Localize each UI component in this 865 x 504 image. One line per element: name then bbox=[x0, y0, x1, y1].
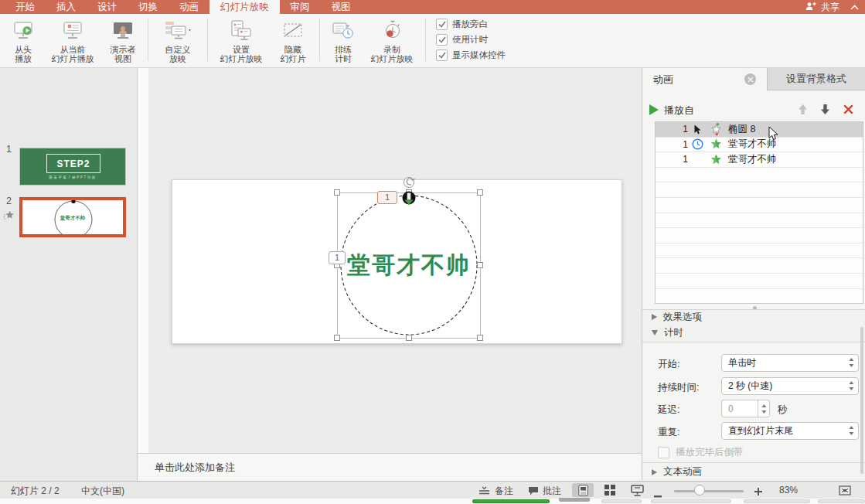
delay-input[interactable]: 0 bbox=[721, 400, 758, 417]
zoom-slider-handle[interactable] bbox=[694, 485, 705, 495]
pane-scrollbar[interactable] bbox=[860, 327, 863, 474]
move-down-icon[interactable] bbox=[820, 104, 830, 117]
play-icon[interactable] bbox=[649, 104, 659, 115]
background-gray-bar bbox=[601, 499, 642, 503]
move-up-icon[interactable] bbox=[798, 104, 808, 117]
share-label: 共享 bbox=[821, 1, 839, 14]
empty-row bbox=[656, 182, 863, 198]
pane-tab-label: 设置背景格式 bbox=[786, 72, 846, 86]
play-from-current-icon bbox=[61, 19, 84, 43]
stepper-icon[interactable]: ▲▼ bbox=[849, 424, 854, 437]
main-area: 1 STEP2 跟着草莓了解PPT动画 2 堂哥才不帅 bbox=[0, 68, 865, 481]
play-narrations-checkbox[interactable]: 播放旁白 bbox=[436, 19, 506, 30]
effect-options-section[interactable]: 效果选项 bbox=[642, 309, 865, 325]
zoom-slider-track[interactable] bbox=[674, 490, 744, 492]
repeat-label: 重复: bbox=[658, 426, 679, 439]
normal-view-button[interactable] bbox=[572, 483, 594, 497]
checkbox-label: 播放旁白 bbox=[452, 19, 488, 30]
ribbon-separator bbox=[425, 19, 426, 61]
animation-star-icon[interactable] bbox=[3, 209, 15, 223]
slide-1-subtitle: 跟着草莓了解PPT动画 bbox=[20, 175, 125, 179]
rewind-label: 播放完毕后倒带 bbox=[676, 446, 744, 459]
shape-text[interactable]: 堂哥才不帅 bbox=[293, 252, 525, 278]
animation-order-badge-selected[interactable]: 1 bbox=[377, 191, 397, 204]
background-gray-bar bbox=[818, 499, 865, 503]
empty-row bbox=[656, 289, 863, 304]
tab-review[interactable]: 审阅 bbox=[280, 0, 321, 14]
slide-sorter-view-button[interactable] bbox=[599, 483, 621, 497]
animation-item-text-1[interactable]: 1 堂哥才不帅 bbox=[656, 138, 863, 153]
mouse-cursor bbox=[768, 126, 778, 143]
notes-area[interactable]: 单击此处添加备注 bbox=[138, 453, 642, 481]
checkbox-label: 使用计时 bbox=[452, 34, 488, 46]
stepper-icon[interactable]: ▲▼ bbox=[849, 380, 854, 392]
rehearse-timings-button[interactable]: 排练计时 bbox=[325, 14, 362, 67]
slide-2-number: 2 bbox=[6, 196, 12, 206]
rewind-checkbox[interactable]: 播放完毕后倒带 bbox=[658, 446, 744, 459]
notes-toggle-icon[interactable] bbox=[478, 486, 490, 497]
tab-animations[interactable]: 动画 bbox=[169, 0, 209, 14]
zoom-percentage[interactable]: 83% bbox=[779, 485, 798, 495]
slide-2-thumbnail[interactable]: 堂哥才不帅 bbox=[19, 197, 126, 237]
stepper-icon[interactable]: ▲▼ bbox=[849, 356, 854, 369]
pane-tab-animation[interactable]: 动画 bbox=[642, 68, 767, 90]
fit-to-window-icon[interactable] bbox=[839, 485, 851, 498]
delete-animation-icon[interactable] bbox=[843, 104, 853, 117]
show-media-controls-checkbox[interactable]: 显示媒体控件 bbox=[436, 49, 506, 61]
entrance-star-icon bbox=[707, 153, 725, 166]
comments-toggle-label[interactable]: 批注 bbox=[543, 485, 561, 498]
animation-item-text-2[interactable]: 1 堂哥才不帅 bbox=[656, 152, 863, 168]
chevron-right-icon bbox=[652, 469, 657, 475]
background-green-bar bbox=[472, 499, 550, 503]
tab-view[interactable]: 视图 bbox=[321, 0, 362, 14]
share-area[interactable]: 共享 bbox=[805, 0, 859, 14]
pane-tab-format-background[interactable]: 设置背景格式 bbox=[767, 68, 865, 90]
collapse-ribbon-icon[interactable] bbox=[850, 2, 859, 12]
text-animation-section[interactable]: 文本动画 bbox=[642, 462, 865, 481]
button-label: 录制 bbox=[371, 45, 414, 54]
tab-design[interactable]: 设计 bbox=[87, 0, 128, 14]
play-from-current-button[interactable]: 从当前幻灯片播放 bbox=[44, 14, 101, 67]
ribbon-tab-bar: 开始 插入 设计 切换 动画 幻灯片放映 审阅 视图 共享 bbox=[0, 0, 865, 14]
tab-slideshow[interactable]: 幻灯片放映 bbox=[209, 0, 280, 14]
delay-stepper[interactable]: ▲▼ bbox=[758, 400, 770, 417]
emphasis-spin-star-icon bbox=[707, 123, 725, 136]
slide-2-shape-text: 堂哥才不帅 bbox=[22, 215, 123, 222]
hide-slide-button[interactable]: 隐藏幻灯片 bbox=[271, 14, 315, 67]
entrance-star-icon bbox=[707, 138, 725, 151]
record-slideshow-button[interactable]: 录制幻灯片放映 bbox=[363, 14, 421, 67]
repeat-select[interactable]: 直到幻灯片末尾 ▲▼ bbox=[721, 422, 859, 440]
start-value: 单击时 bbox=[728, 356, 756, 369]
tab-home[interactable]: 开始 bbox=[5, 0, 46, 14]
close-pane-icon[interactable] bbox=[744, 73, 756, 85]
play-from-row: 播放自 bbox=[642, 102, 865, 119]
setup-slideshow-button[interactable]: 设置幻灯片放映 bbox=[213, 14, 270, 67]
zoom-in-icon[interactable] bbox=[754, 487, 762, 498]
play-from-label[interactable]: 播放自 bbox=[664, 104, 694, 117]
slide-1-title: STEP2 bbox=[46, 154, 100, 173]
use-timings-checkbox[interactable]: 使用计时 bbox=[436, 34, 506, 46]
notes-toggle-label[interactable]: 备注 bbox=[495, 485, 513, 498]
background-window-strip bbox=[0, 499, 865, 504]
background-gray-bar bbox=[744, 499, 810, 503]
slide-canvas[interactable]: 1 1 堂哥才不帅 bbox=[172, 179, 622, 344]
animation-item-ellipse[interactable]: 1 椭圆 8 bbox=[656, 122, 863, 138]
section-label: 效果选项 bbox=[663, 311, 702, 324]
duration-select[interactable]: 2 秒 (中速) ▲▼ bbox=[721, 377, 859, 395]
comments-toggle-icon[interactable] bbox=[528, 486, 539, 498]
language-indicator[interactable]: 中文(中国) bbox=[81, 485, 124, 498]
timing-section[interactable]: 计时 bbox=[642, 324, 865, 342]
tab-insert[interactable]: 插入 bbox=[46, 0, 87, 14]
animation-pane: 动画 设置背景格式 播放自 bbox=[642, 68, 865, 481]
empty-row bbox=[656, 243, 863, 259]
presenter-view-button[interactable]: 演示者视图 bbox=[103, 14, 143, 67]
play-from-start-button[interactable]: 从头播放 bbox=[4, 14, 43, 67]
checkbox-unchecked-icon bbox=[658, 447, 669, 458]
custom-show-button[interactable]: 自定义放映 bbox=[153, 14, 203, 67]
slideshow-view-button[interactable] bbox=[626, 483, 648, 497]
tab-transitions[interactable]: 切换 bbox=[128, 0, 169, 14]
slide-1-thumbnail[interactable]: STEP2 跟着草莓了解PPT动画 bbox=[19, 148, 126, 186]
button-label: 放映 bbox=[165, 54, 191, 63]
slide-1-number: 1 bbox=[6, 144, 12, 155]
start-select[interactable]: 单击时 ▲▼ bbox=[721, 354, 859, 372]
